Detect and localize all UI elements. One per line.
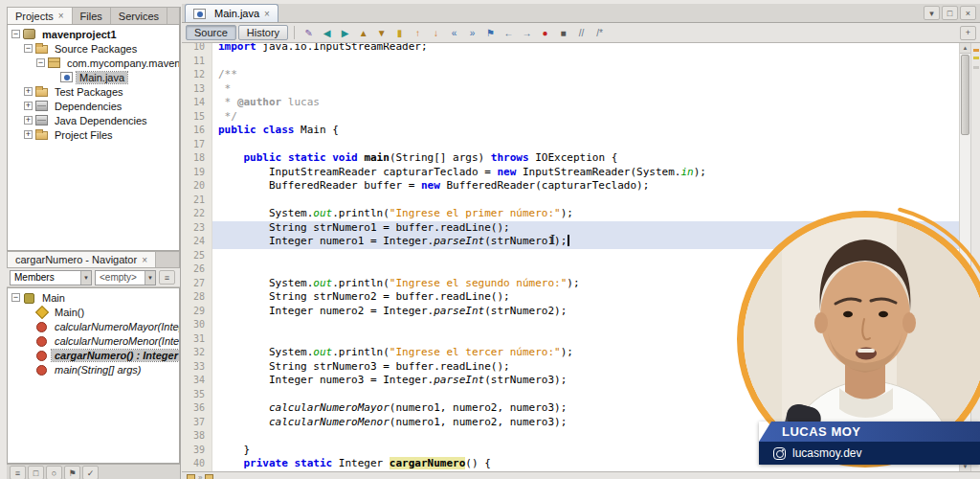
- project-item-project-files[interactable]: +Project Files: [8, 127, 179, 142]
- maximize-window-icon[interactable]: □: [942, 6, 958, 20]
- uncomment-icon[interactable]: /*: [591, 25, 608, 41]
- code-line-13[interactable]: 13 *: [182, 82, 959, 97]
- method-icon: [35, 364, 48, 375]
- back-icon[interactable]: ◀: [319, 25, 335, 41]
- code-line-16[interactable]: 16public class Main {: [182, 124, 959, 138]
- expand-icon[interactable]: +: [24, 130, 33, 139]
- members-dropdown[interactable]: Members ▼: [10, 270, 92, 285]
- projects-tree[interactable]: −mavenproject1−Source Packages−com.mycom…: [7, 24, 180, 251]
- expand-icon[interactable]: +: [24, 102, 33, 110]
- navigator-item-calcularnumeromenor-integer-nume[interactable]: calcularNumeroMenor(Integer numero1, Int…: [8, 333, 179, 348]
- code-line-14[interactable]: 14 * @author lucas: [182, 96, 959, 110]
- output-window-icon[interactable]: □: [28, 466, 44, 479]
- project-item-main-java[interactable]: Main.java: [8, 70, 179, 84]
- project-item-source-packages[interactable]: −Source Packages: [8, 41, 179, 56]
- line-number: 36: [182, 401, 212, 416]
- collapse-icon[interactable]: −: [36, 58, 45, 67]
- line-number: 22: [182, 207, 212, 221]
- collapse-icon[interactable]: −: [11, 30, 20, 38]
- source-button[interactable]: Source: [186, 25, 236, 40]
- projects-panel: Projects×FilesServices −mavenproject1−So…: [7, 7, 181, 479]
- expand-icon[interactable]: +: [24, 116, 33, 125]
- next-bookmark-icon[interactable]: »: [464, 25, 480, 41]
- code-line-19[interactable]: 19 InputStreamReader capturarTeclado = n…: [182, 166, 959, 180]
- project-item-mavenproject1[interactable]: −mavenproject1: [8, 27, 179, 41]
- find-previous-icon[interactable]: ▲: [355, 25, 371, 41]
- tasks-window-icon[interactable]: ✓: [82, 466, 99, 479]
- code-line-10[interactable]: 10import java.io.InputStreamReader;: [182, 43, 959, 55]
- panel-tab-services[interactable]: Services: [111, 8, 167, 24]
- search-results-icon[interactable]: ○: [46, 466, 62, 479]
- scrollbar-thumb[interactable]: [961, 55, 969, 135]
- stop-macro-icon[interactable]: ■: [555, 25, 571, 41]
- navigator-title: cargarNumero - Navigator: [15, 254, 137, 265]
- start-macro-icon[interactable]: ●: [537, 25, 553, 41]
- line-number: 34: [182, 374, 212, 388]
- panel-tab-files[interactable]: Files: [73, 8, 111, 24]
- navigator-item-main[interactable]: Main(): [8, 305, 179, 319]
- shift-right-icon[interactable]: →: [519, 25, 535, 41]
- navigator-item-cargarnumero-integer[interactable]: cargarNumero() : Integer: [8, 348, 179, 362]
- tab-label: Main.java: [214, 8, 259, 19]
- navigator-item-main-string-args[interactable]: main(String[] args): [8, 362, 179, 376]
- panel-tab-projects[interactable]: Projects×: [8, 8, 73, 24]
- project-item-java-dependencies[interactable]: +Java Dependencies: [8, 113, 179, 127]
- line-number: 25: [182, 249, 212, 263]
- bookmarks-window-icon[interactable]: ⚑: [64, 466, 80, 479]
- toggle-bookmark-icon[interactable]: ⚑: [482, 25, 499, 41]
- code-line-21[interactable]: 21: [182, 194, 959, 208]
- project-item-dependencies[interactable]: +Dependencies: [8, 99, 179, 113]
- close-tab-icon[interactable]: ×: [264, 9, 270, 19]
- filters-icon[interactable]: ≡: [159, 270, 175, 285]
- line-number: 17: [182, 138, 212, 152]
- line-number: 27: [182, 277, 212, 291]
- line-number: 32: [182, 346, 212, 360]
- navigator-filter-bar: Members ▼ <empty> ▼ ≡: [7, 268, 180, 287]
- next-occurrence-icon[interactable]: ↓: [428, 25, 444, 41]
- collapse-icon[interactable]: −: [24, 44, 33, 53]
- add-split-icon[interactable]: +: [960, 26, 976, 40]
- previous-bookmark-icon[interactable]: «: [446, 25, 462, 41]
- method-icon: [35, 335, 48, 346]
- navigator-item-calcularnumeromayor-integer-nume[interactable]: calcularNumeroMayor(Integer numero1, Int…: [8, 319, 179, 333]
- close-icon[interactable]: ×: [58, 11, 64, 21]
- shift-left-icon[interactable]: ←: [501, 25, 517, 41]
- close-icon[interactable]: ×: [142, 255, 147, 265]
- forward-icon[interactable]: ▶: [337, 25, 353, 41]
- mark[interactable]: [973, 66, 979, 69]
- warning-mark[interactable]: [973, 49, 979, 52]
- mouse-cursor-ibeam: I: [550, 233, 555, 247]
- files-view-icon[interactable]: ≡: [10, 466, 26, 479]
- project-item-com-mycompany-mavenproject1[interactable]: −com.mycompany.mavenproject1: [8, 56, 179, 70]
- tab-navigator[interactable]: cargarNumero - Navigator ×: [8, 252, 156, 267]
- navigator-item-main[interactable]: −Main: [8, 290, 179, 305]
- warning-mark[interactable]: [973, 57, 979, 59]
- filter-dropdown[interactable]: <empty> ▼: [95, 270, 156, 285]
- navigator-members-list[interactable]: −MainMain()calcularNumeroMayor(Integer n…: [7, 287, 180, 464]
- history-button[interactable]: History: [238, 25, 288, 40]
- folder-icon: [35, 88, 48, 97]
- code-line-15[interactable]: 15 */: [182, 110, 959, 125]
- close-window-icon[interactable]: ×: [960, 6, 976, 20]
- code-line-20[interactable]: 20 BufferedReader buffer = new BufferedR…: [182, 179, 959, 194]
- previous-edit-icon[interactable]: ✎: [301, 25, 317, 41]
- document-list-icon[interactable]: ▾: [924, 6, 940, 20]
- breadcrumb-icon: [205, 474, 213, 479]
- comment-icon[interactable]: //: [573, 25, 590, 41]
- previous-occurrence-icon[interactable]: ↑: [410, 25, 426, 41]
- code-line-17[interactable]: 17: [182, 138, 959, 152]
- code-line-11[interactable]: 11: [182, 55, 959, 69]
- editor-toolbar-icons: ✎◀▶▲▼▮↑↓«»⚑←→●■///*: [301, 25, 608, 41]
- line-number: 12: [182, 68, 212, 82]
- find-next-icon[interactable]: ▼: [373, 25, 390, 41]
- collapse-icon[interactable]: −: [11, 293, 20, 302]
- tab-main-java[interactable]: Main.java ×: [185, 4, 278, 22]
- toggle-highlight-icon[interactable]: ▮: [391, 25, 408, 41]
- line-number: 38: [182, 429, 212, 444]
- line-number: 37: [182, 416, 212, 430]
- code-line-18[interactable]: 18 public static void main(String[] args…: [182, 151, 959, 166]
- code-line-12[interactable]: 12/**: [182, 68, 959, 82]
- expand-icon[interactable]: +: [24, 87, 33, 96]
- scroll-up-icon[interactable]: ▲: [960, 43, 970, 54]
- project-item-test-packages[interactable]: +Test Packages: [8, 84, 179, 99]
